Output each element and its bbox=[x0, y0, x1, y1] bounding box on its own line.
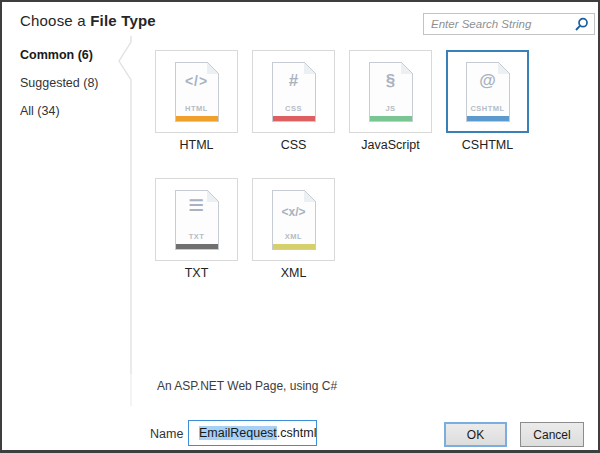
file-type-tile[interactable]: # CSS bbox=[252, 50, 335, 133]
file-icon: ≡ TXT bbox=[175, 190, 219, 250]
file-type-label: HTML bbox=[155, 138, 238, 152]
name-input-selected-text: EmailRequest bbox=[199, 426, 277, 440]
choose-file-type-dialog: Choose a File Type Enter Search String C… bbox=[0, 0, 600, 453]
sidebar-item-common[interactable]: Common (6) bbox=[20, 48, 93, 62]
file-icon: @ CSHTML bbox=[466, 62, 510, 122]
file-icon-accent-bar bbox=[370, 116, 412, 121]
file-type-cell: </> HTML HTML bbox=[155, 50, 238, 152]
search-input[interactable]: Enter Search String bbox=[423, 13, 595, 35]
file-icon-glyph: ≡ bbox=[176, 193, 218, 217]
file-type-label: XML bbox=[252, 266, 335, 280]
file-type-description: An ASP.NET Web Page, using C# bbox=[157, 379, 337, 393]
sidebar-item-all[interactable]: All (34) bbox=[20, 104, 60, 118]
file-icon: # CSS bbox=[272, 62, 316, 122]
page-title: Choose a File Type bbox=[20, 12, 156, 29]
file-icon-extension-label: XML bbox=[273, 232, 315, 241]
search-placeholder: Enter Search String bbox=[431, 18, 574, 30]
file-type-tile[interactable]: <x/> XML bbox=[252, 178, 335, 261]
file-type-tile[interactable]: § JS bbox=[349, 50, 432, 133]
file-icon-accent-bar bbox=[176, 116, 218, 121]
file-icon-glyph: </> bbox=[176, 72, 218, 90]
file-type-label: CSS bbox=[252, 138, 335, 152]
file-icon-extension-label: TXT bbox=[176, 232, 218, 241]
file-icon-accent-bar bbox=[467, 116, 509, 121]
page-fold-icon bbox=[304, 190, 316, 202]
file-icon-glyph: § bbox=[370, 72, 412, 90]
file-type-cell: ≡ TXT TXT bbox=[155, 178, 238, 280]
file-type-tile[interactable]: @ CSHTML bbox=[446, 50, 529, 133]
page-title-bold: File Type bbox=[90, 12, 156, 29]
file-type-label: CSHTML bbox=[446, 138, 529, 152]
sidebar-separator-notch bbox=[114, 34, 138, 412]
file-type-cell: <x/> XML XML bbox=[252, 178, 335, 280]
file-icon: </> HTML bbox=[175, 62, 219, 122]
ok-button[interactable]: OK bbox=[444, 422, 507, 447]
file-icon-extension-label: CSHTML bbox=[467, 104, 509, 113]
file-type-label: TXT bbox=[155, 266, 238, 280]
file-icon-accent-bar bbox=[273, 116, 315, 121]
file-icon-accent-bar bbox=[273, 244, 315, 249]
page-title-regular: Choose a bbox=[20, 12, 90, 29]
file-icon-extension-label: JS bbox=[370, 104, 412, 113]
name-field-label: Name bbox=[150, 427, 183, 441]
file-icon-accent-bar bbox=[176, 244, 218, 249]
file-icon: <x/> XML bbox=[272, 190, 316, 250]
file-icon-glyph: <x/> bbox=[273, 203, 315, 221]
file-type-label: JavaScript bbox=[349, 138, 432, 152]
file-type-cell: § JS JavaScript bbox=[349, 50, 432, 152]
search-icon[interactable] bbox=[574, 17, 589, 32]
file-icon-extension-label: CSS bbox=[273, 104, 315, 113]
file-icon-glyph: # bbox=[273, 72, 315, 90]
file-type-tile[interactable]: </> HTML bbox=[155, 50, 238, 133]
name-input-extension-text: .cshtml bbox=[277, 426, 317, 440]
cancel-button[interactable]: Cancel bbox=[520, 422, 584, 447]
name-input[interactable]: EmailRequest.cshtml bbox=[188, 420, 317, 446]
file-type-cell: # CSS CSS bbox=[252, 50, 335, 152]
file-type-cell: @ CSHTML CSHTML bbox=[446, 50, 529, 152]
file-type-tile[interactable]: ≡ TXT bbox=[155, 178, 238, 261]
file-icon-glyph: @ bbox=[467, 72, 509, 90]
sidebar-item-suggested[interactable]: Suggested (8) bbox=[20, 76, 99, 90]
file-icon: § JS bbox=[369, 62, 413, 122]
file-icon-extension-label: HTML bbox=[176, 104, 218, 113]
